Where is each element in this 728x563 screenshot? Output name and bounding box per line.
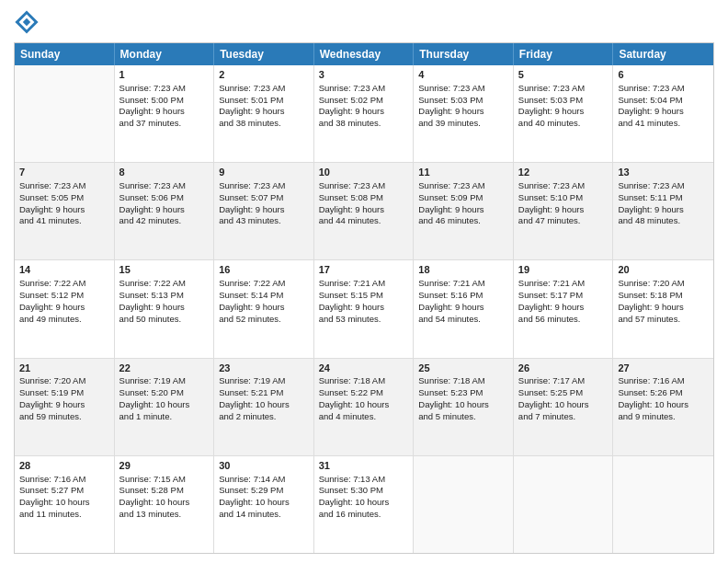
- day-number: 9: [219, 166, 309, 179]
- day-info-line: and 44 minutes.: [319, 215, 409, 227]
- day-info-line: Sunset: 5:30 PM: [319, 485, 409, 497]
- day-info-line: Daylight: 9 hours: [19, 399, 109, 411]
- day-info-line: and 53 minutes.: [319, 314, 409, 326]
- calendar-header-cell: Thursday: [414, 43, 514, 65]
- day-info-line: Sunrise: 7:23 AM: [618, 83, 709, 95]
- day-info-line: Sunrise: 7:23 AM: [319, 83, 409, 95]
- day-info-line: Sunrise: 7:23 AM: [518, 83, 609, 95]
- day-number: 29: [119, 459, 210, 473]
- day-info-line: Daylight: 9 hours: [319, 302, 409, 314]
- day-info-line: Sunrise: 7:23 AM: [319, 180, 409, 192]
- calendar-cell: 6Sunrise: 7:23 AMSunset: 5:04 PMDaylight…: [613, 65, 713, 162]
- day-info-line: and 4 minutes.: [319, 411, 409, 423]
- day-info-line: Sunset: 5:03 PM: [518, 95, 609, 107]
- calendar-cell: 9Sunrise: 7:23 AMSunset: 5:07 PMDaylight…: [214, 163, 314, 259]
- day-info-line: and 43 minutes.: [219, 215, 309, 227]
- calendar-cell: [414, 456, 514, 553]
- page: SundayMondayTuesdayWednesdayThursdayFrid…: [0, 0, 728, 563]
- day-info-line: and 57 minutes.: [618, 314, 709, 326]
- day-info-line: Sunrise: 7:23 AM: [119, 83, 210, 95]
- day-info-line: and 37 minutes.: [119, 118, 210, 130]
- day-info-line: Sunrise: 7:16 AM: [19, 474, 109, 486]
- day-info-line: Sunrise: 7:19 AM: [119, 375, 210, 387]
- day-info-line: Daylight: 9 hours: [119, 302, 210, 314]
- day-info-line: Sunrise: 7:14 AM: [219, 474, 309, 486]
- day-info-line: and 47 minutes.: [518, 215, 609, 227]
- day-info-line: Daylight: 10 hours: [319, 497, 409, 509]
- day-info-line: Sunset: 5:20 PM: [119, 387, 210, 399]
- day-info-line: Daylight: 9 hours: [418, 204, 508, 216]
- calendar-cell: 30Sunrise: 7:14 AMSunset: 5:29 PMDayligh…: [214, 456, 314, 553]
- calendar-cell: 28Sunrise: 7:16 AMSunset: 5:27 PMDayligh…: [15, 456, 115, 553]
- day-number: 22: [119, 362, 210, 375]
- day-info-line: Sunrise: 7:18 AM: [418, 375, 508, 387]
- day-number: 13: [618, 166, 709, 179]
- day-number: 10: [319, 166, 409, 179]
- day-info-line: and 9 minutes.: [618, 411, 709, 423]
- day-info-line: Sunset: 5:22 PM: [319, 387, 409, 399]
- day-number: 11: [418, 166, 508, 179]
- day-info-line: and 11 minutes.: [19, 509, 109, 521]
- calendar-header-cell: Friday: [514, 43, 614, 65]
- day-number: 7: [19, 166, 109, 179]
- day-info-line: Sunset: 5:07 PM: [219, 192, 309, 204]
- day-info-line: Sunrise: 7:23 AM: [119, 180, 210, 192]
- day-info-line: and 38 minutes.: [219, 118, 309, 130]
- calendar-cell: 25Sunrise: 7:18 AMSunset: 5:23 PMDayligh…: [414, 359, 514, 455]
- day-info-line: Sunrise: 7:20 AM: [618, 278, 709, 290]
- day-number: 1: [119, 68, 210, 82]
- day-info-line: Sunrise: 7:23 AM: [418, 83, 508, 95]
- day-info-line: Sunset: 5:15 PM: [319, 290, 409, 302]
- calendar-header-row: SundayMondayTuesdayWednesdayThursdayFrid…: [15, 43, 713, 65]
- day-info-line: Sunrise: 7:19 AM: [219, 375, 309, 387]
- day-info-line: Daylight: 10 hours: [518, 399, 609, 411]
- calendar: SundayMondayTuesdayWednesdayThursdayFrid…: [14, 42, 714, 554]
- calendar-body: 1Sunrise: 7:23 AMSunset: 5:00 PMDaylight…: [15, 65, 713, 553]
- day-number: 6: [618, 68, 709, 82]
- day-info-line: Sunset: 5:17 PM: [518, 290, 609, 302]
- day-info-line: Sunrise: 7:16 AM: [618, 375, 709, 387]
- calendar-cell: 12Sunrise: 7:23 AMSunset: 5:10 PMDayligh…: [514, 163, 614, 259]
- day-info-line: Sunrise: 7:23 AM: [219, 180, 309, 192]
- day-info-line: Daylight: 10 hours: [618, 399, 709, 411]
- day-info-line: and 41 minutes.: [19, 215, 109, 227]
- day-info-line: and 16 minutes.: [319, 509, 409, 521]
- day-info-line: Sunrise: 7:13 AM: [319, 474, 409, 486]
- day-info-line: Sunset: 5:28 PM: [119, 485, 210, 497]
- calendar-cell: 11Sunrise: 7:23 AMSunset: 5:09 PMDayligh…: [414, 163, 514, 259]
- day-info-line: and 2 minutes.: [219, 411, 309, 423]
- calendar-cell: 27Sunrise: 7:16 AMSunset: 5:26 PMDayligh…: [613, 359, 713, 455]
- day-info-line: and 40 minutes.: [518, 118, 609, 130]
- calendar-row: 28Sunrise: 7:16 AMSunset: 5:27 PMDayligh…: [15, 456, 713, 553]
- day-info-line: Daylight: 9 hours: [618, 302, 709, 314]
- day-info-line: Daylight: 9 hours: [219, 106, 309, 118]
- day-info-line: and 50 minutes.: [119, 314, 210, 326]
- calendar-cell: 14Sunrise: 7:22 AMSunset: 5:12 PMDayligh…: [15, 260, 115, 357]
- day-info-line: Daylight: 9 hours: [418, 302, 508, 314]
- day-info-line: Daylight: 10 hours: [119, 399, 210, 411]
- day-info-line: Daylight: 9 hours: [219, 302, 309, 314]
- day-info-line: Sunset: 5:27 PM: [19, 485, 109, 497]
- day-info-line: Sunrise: 7:23 AM: [618, 180, 709, 192]
- calendar-header-cell: Saturday: [613, 43, 713, 65]
- calendar-row: 14Sunrise: 7:22 AMSunset: 5:12 PMDayligh…: [15, 260, 713, 358]
- day-number: 28: [19, 459, 109, 473]
- calendar-cell: 10Sunrise: 7:23 AMSunset: 5:08 PMDayligh…: [314, 163, 415, 259]
- day-info-line: Sunset: 5:01 PM: [219, 95, 309, 107]
- calendar-cell: 22Sunrise: 7:19 AMSunset: 5:20 PMDayligh…: [115, 359, 215, 455]
- day-info-line: Sunrise: 7:23 AM: [19, 180, 109, 192]
- calendar-cell: 2Sunrise: 7:23 AMSunset: 5:01 PMDaylight…: [214, 65, 314, 162]
- day-info-line: Sunrise: 7:23 AM: [219, 83, 309, 95]
- day-number: 17: [319, 263, 409, 277]
- day-info-line: Sunset: 5:08 PM: [319, 192, 409, 204]
- calendar-cell: 29Sunrise: 7:15 AMSunset: 5:28 PMDayligh…: [115, 456, 215, 553]
- day-info-line: and 46 minutes.: [418, 215, 508, 227]
- calendar-cell: [15, 65, 115, 162]
- day-number: 25: [418, 362, 508, 375]
- day-info-line: Daylight: 10 hours: [119, 497, 210, 509]
- day-info-line: Daylight: 9 hours: [319, 106, 409, 118]
- header: [14, 9, 714, 35]
- day-number: 8: [119, 166, 210, 179]
- day-info-line: Daylight: 10 hours: [319, 399, 409, 411]
- calendar-cell: 7Sunrise: 7:23 AMSunset: 5:05 PMDaylight…: [15, 163, 115, 259]
